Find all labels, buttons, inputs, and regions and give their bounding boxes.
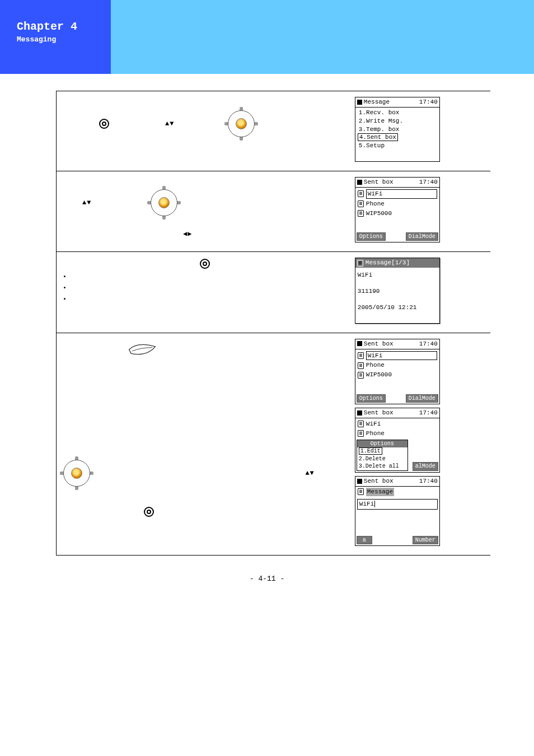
doc-icon — [358, 421, 364, 427]
list-item[interactable]: WiFi — [366, 351, 437, 361]
instruction-table: Message 17:40 1.Recv. box 2.Write Msg. 3… — [56, 91, 490, 556]
updown-icon — [165, 120, 174, 128]
popup-item[interactable]: 2.Delete — [357, 455, 407, 463]
updown-icon — [82, 199, 91, 207]
screen-edit-message: Sent box 17:40 Message WiFi a Number — [355, 476, 440, 546]
row4-instructions — [57, 333, 352, 555]
menu-item[interactable]: 2.Write Msg. — [358, 117, 437, 125]
dpad-icon — [147, 186, 181, 220]
screen-title: Sent box — [364, 409, 394, 416]
doc-icon — [358, 372, 364, 379]
doc-icon — [358, 430, 364, 437]
screen-time: 17:40 — [419, 409, 438, 417]
bullet-item — [71, 272, 348, 280]
popup-item[interactable]: 1.Edit — [359, 447, 382, 455]
softkey-left[interactable]: a — [357, 536, 372, 545]
popup-item[interactable]: 3.Delete all — [357, 463, 407, 470]
send-icon — [127, 342, 157, 359]
menu-item[interactable]: 1.Recv. box — [358, 109, 437, 117]
softkey-right[interactable]: DialMode — [406, 394, 438, 403]
list-item[interactable]: Phone — [366, 200, 385, 208]
doc-icon — [358, 362, 364, 369]
screen-sent-box-options: Sent box 17:40 WiFi Phone Options 1.Edit… — [355, 408, 440, 473]
row3-instructions — [57, 252, 352, 333]
bullet-item — [71, 295, 348, 302]
bullet-item — [71, 283, 348, 291]
menu-item[interactable]: 3.Temp. box — [358, 125, 437, 134]
row2-screen: Sent box 17:40 WiFi Phone WIP5000 Option… — [352, 171, 490, 252]
screen-sent-box: Sent box 17:40 WiFi Phone WIP5000 Option… — [355, 177, 440, 242]
chapter-title: Chapter 4 — [17, 20, 111, 33]
softkey-left[interactable]: Options — [357, 232, 386, 241]
list-item[interactable]: WIP5000 — [366, 371, 392, 379]
detail-line: 311190 — [358, 287, 437, 296]
screen-title: Sent box — [364, 340, 394, 347]
detail-line: WiFi — [358, 271, 437, 279]
screen-title: Message — [364, 99, 390, 105]
input-value: WiFi — [359, 501, 375, 507]
screen-sent-box: Sent box 17:40 WiFi Phone WIP5000 Option… — [355, 339, 440, 404]
doc-icon — [358, 488, 364, 495]
dpad-icon — [224, 107, 258, 141]
menu-item-selected[interactable]: 4.Sent box — [358, 133, 398, 141]
softkey-left[interactable]: Options — [357, 394, 386, 403]
row4-screens: Sent box 17:40 WiFi Phone WIP5000 Option… — [352, 333, 490, 555]
row3-screen: Message[1/3] WiFi 311190 2005/05/10 12:2… — [352, 252, 490, 333]
list-item[interactable]: WIP5000 — [366, 209, 392, 218]
updown-icon — [305, 469, 314, 477]
doc-icon — [358, 352, 364, 359]
list-item[interactable]: Phone — [366, 361, 385, 370]
list-item[interactable]: WiFi — [366, 420, 381, 428]
list-item[interactable]: WiFi — [366, 189, 437, 199]
row1-screen: Message 17:40 1.Recv. box 2.Write Msg. 3… — [352, 91, 490, 171]
screen-message-menu: Message 17:40 1.Recv. box 2.Write Msg. 3… — [355, 97, 440, 162]
detail-line: 2005/05/10 12:21 — [358, 304, 437, 312]
popup-title: Options — [357, 440, 407, 448]
screen-time: 17:40 — [419, 98, 438, 106]
content-area: Message 17:40 1.Recv. box 2.Write Msg. 3… — [56, 91, 490, 556]
options-popup: Options 1.Edit 2.Delete 3.Delete all — [357, 440, 408, 471]
screen-time: 17:40 — [419, 340, 438, 348]
leftright-icon — [183, 230, 192, 238]
field-label: Message — [366, 488, 394, 496]
softkey-right[interactable]: Number — [413, 536, 438, 545]
doc-icon — [358, 190, 364, 197]
bullet-list — [71, 272, 348, 302]
top-banner: Chapter 4 Messaging — [0, 0, 534, 74]
target-icon — [144, 507, 154, 517]
row2-instructions — [57, 171, 352, 252]
doc-icon — [358, 210, 364, 217]
list-item[interactable]: Phone — [366, 430, 385, 438]
softkey-behind: alMode — [413, 462, 438, 471]
row1-instructions — [57, 91, 352, 171]
screen-time: 17:40 — [419, 178, 438, 186]
doc-icon — [358, 200, 364, 207]
doc-icon — [357, 260, 363, 267]
dpad-icon — [60, 456, 93, 490]
screen-title: Sent box — [364, 478, 394, 484]
chapter-block: Chapter 4 Messaging — [0, 0, 111, 74]
screen-message-detail: Message[1/3] WiFi 311190 2005/05/10 12:2… — [355, 258, 440, 323]
chapter-subtitle: Messaging — [17, 35, 111, 44]
screen-title: Sent box — [364, 179, 394, 185]
text-input[interactable]: WiFi — [357, 499, 438, 510]
menu-item[interactable]: 5.Setup — [358, 142, 437, 150]
page-footer: - 4-11 - — [0, 575, 534, 583]
target-icon — [99, 119, 109, 129]
screen-time: 17:40 — [419, 477, 438, 486]
target-icon — [200, 259, 210, 269]
softkey-right[interactable]: DialMode — [406, 232, 438, 241]
screen-title: Message[1/3] — [366, 259, 410, 267]
